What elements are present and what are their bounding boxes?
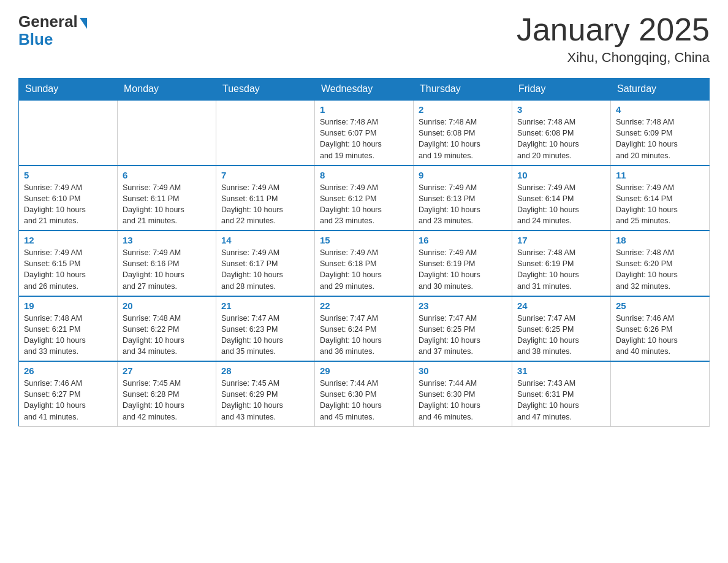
day-info: Sunrise: 7:48 AM Sunset: 6:21 PM Dayligh… (24, 313, 112, 358)
day-info: Sunrise: 7:49 AM Sunset: 6:13 PM Dayligh… (419, 182, 507, 227)
day-number: 26 (24, 366, 112, 376)
day-number: 19 (24, 301, 112, 311)
calendar-cell (216, 100, 315, 166)
logo: General Blue (18, 12, 87, 49)
day-number: 30 (419, 366, 507, 376)
day-info: Sunrise: 7:44 AM Sunset: 6:30 PM Dayligh… (320, 378, 408, 423)
day-info: Sunrise: 7:44 AM Sunset: 6:30 PM Dayligh… (419, 378, 507, 423)
weekday-header-saturday: Saturday (611, 79, 710, 101)
day-number: 10 (517, 170, 605, 180)
calendar-cell: 11Sunrise: 7:49 AM Sunset: 6:14 PM Dayli… (611, 166, 710, 231)
day-info: Sunrise: 7:46 AM Sunset: 6:26 PM Dayligh… (616, 313, 704, 358)
calendar-cell: 15Sunrise: 7:49 AM Sunset: 6:18 PM Dayli… (315, 231, 414, 296)
calendar-cell: 31Sunrise: 7:43 AM Sunset: 6:31 PM Dayli… (512, 361, 611, 426)
day-info: Sunrise: 7:49 AM Sunset: 6:17 PM Dayligh… (221, 247, 309, 292)
weekday-header-wednesday: Wednesday (315, 79, 414, 101)
weekday-header-thursday: Thursday (414, 79, 512, 101)
calendar-cell: 7Sunrise: 7:49 AM Sunset: 6:11 PM Daylig… (216, 166, 315, 231)
logo-triangle-icon (80, 18, 87, 29)
calendar-cell (118, 100, 216, 166)
day-number: 3 (517, 104, 605, 115)
logo-general-text: General (18, 12, 78, 31)
day-number: 13 (123, 235, 211, 245)
day-info: Sunrise: 7:43 AM Sunset: 6:31 PM Dayligh… (517, 378, 605, 423)
day-info: Sunrise: 7:45 AM Sunset: 6:29 PM Dayligh… (221, 378, 309, 423)
day-number: 1 (320, 104, 408, 115)
day-number: 24 (517, 301, 605, 311)
day-number: 23 (419, 301, 507, 311)
calendar-cell: 6Sunrise: 7:49 AM Sunset: 6:11 PM Daylig… (118, 166, 216, 231)
calendar-cell: 30Sunrise: 7:44 AM Sunset: 6:30 PM Dayli… (414, 361, 512, 426)
day-info: Sunrise: 7:49 AM Sunset: 6:10 PM Dayligh… (24, 182, 112, 227)
calendar-cell: 18Sunrise: 7:48 AM Sunset: 6:20 PM Dayli… (611, 231, 710, 296)
calendar-cell: 9Sunrise: 7:49 AM Sunset: 6:13 PM Daylig… (414, 166, 512, 231)
calendar-cell: 8Sunrise: 7:49 AM Sunset: 6:12 PM Daylig… (315, 166, 414, 231)
calendar-cell: 24Sunrise: 7:47 AM Sunset: 6:25 PM Dayli… (512, 296, 611, 362)
calendar-cell: 27Sunrise: 7:45 AM Sunset: 6:28 PM Dayli… (118, 361, 216, 426)
day-info: Sunrise: 7:46 AM Sunset: 6:27 PM Dayligh… (24, 378, 112, 423)
day-number: 4 (616, 104, 704, 115)
day-info: Sunrise: 7:49 AM Sunset: 6:18 PM Dayligh… (320, 247, 408, 292)
day-info: Sunrise: 7:49 AM Sunset: 6:11 PM Dayligh… (221, 182, 309, 227)
calendar-week-row: 1Sunrise: 7:48 AM Sunset: 6:07 PM Daylig… (19, 100, 710, 166)
logo-blue-text: Blue (18, 30, 53, 49)
calendar-cell (19, 100, 118, 166)
day-info: Sunrise: 7:48 AM Sunset: 6:20 PM Dayligh… (616, 247, 704, 292)
day-number: 16 (419, 235, 507, 245)
weekday-header-monday: Monday (118, 79, 216, 101)
day-number: 20 (123, 301, 211, 311)
calendar-cell: 12Sunrise: 7:49 AM Sunset: 6:15 PM Dayli… (19, 231, 118, 296)
calendar-cell: 19Sunrise: 7:48 AM Sunset: 6:21 PM Dayli… (19, 296, 118, 362)
page-header: General Blue January 2025 Xihu, Chongqin… (18, 12, 710, 66)
day-info: Sunrise: 7:49 AM Sunset: 6:14 PM Dayligh… (616, 182, 704, 227)
day-number: 14 (221, 235, 309, 245)
calendar-cell: 10Sunrise: 7:49 AM Sunset: 6:14 PM Dayli… (512, 166, 611, 231)
day-info: Sunrise: 7:45 AM Sunset: 6:28 PM Dayligh… (123, 378, 211, 423)
calendar-cell: 25Sunrise: 7:46 AM Sunset: 6:26 PM Dayli… (611, 296, 710, 362)
calendar-cell: 16Sunrise: 7:49 AM Sunset: 6:19 PM Dayli… (414, 231, 512, 296)
day-info: Sunrise: 7:48 AM Sunset: 6:19 PM Dayligh… (517, 247, 605, 292)
title-block: January 2025 Xihu, Chongqing, China (517, 12, 710, 66)
day-number: 15 (320, 235, 408, 245)
calendar-cell: 20Sunrise: 7:48 AM Sunset: 6:22 PM Dayli… (118, 296, 216, 362)
calendar-cell: 3Sunrise: 7:48 AM Sunset: 6:08 PM Daylig… (512, 100, 611, 166)
calendar-week-row: 26Sunrise: 7:46 AM Sunset: 6:27 PM Dayli… (19, 361, 710, 426)
calendar-cell: 23Sunrise: 7:47 AM Sunset: 6:25 PM Dayli… (414, 296, 512, 362)
calendar-table: SundayMondayTuesdayWednesdayThursdayFrid… (18, 78, 710, 427)
weekday-header-tuesday: Tuesday (216, 79, 315, 101)
calendar-cell: 17Sunrise: 7:48 AM Sunset: 6:19 PM Dayli… (512, 231, 611, 296)
day-number: 31 (517, 366, 605, 376)
day-number: 11 (616, 170, 704, 180)
calendar-cell: 14Sunrise: 7:49 AM Sunset: 6:17 PM Dayli… (216, 231, 315, 296)
calendar-cell: 28Sunrise: 7:45 AM Sunset: 6:29 PM Dayli… (216, 361, 315, 426)
day-number: 17 (517, 235, 605, 245)
day-number: 8 (320, 170, 408, 180)
calendar-cell: 13Sunrise: 7:49 AM Sunset: 6:16 PM Dayli… (118, 231, 216, 296)
day-number: 28 (221, 366, 309, 376)
day-info: Sunrise: 7:48 AM Sunset: 6:08 PM Dayligh… (419, 117, 507, 161)
day-number: 6 (123, 170, 211, 180)
day-info: Sunrise: 7:48 AM Sunset: 6:09 PM Dayligh… (616, 117, 704, 161)
day-number: 29 (320, 366, 408, 376)
calendar-cell: 4Sunrise: 7:48 AM Sunset: 6:09 PM Daylig… (611, 100, 710, 166)
month-title: January 2025 (517, 12, 710, 47)
day-number: 25 (616, 301, 704, 311)
day-info: Sunrise: 7:48 AM Sunset: 6:08 PM Dayligh… (517, 117, 605, 161)
day-info: Sunrise: 7:49 AM Sunset: 6:19 PM Dayligh… (419, 247, 507, 292)
calendar-cell: 2Sunrise: 7:48 AM Sunset: 6:08 PM Daylig… (414, 100, 512, 166)
calendar-cell (611, 361, 710, 426)
day-number: 5 (24, 170, 112, 180)
calendar-cell: 26Sunrise: 7:46 AM Sunset: 6:27 PM Dayli… (19, 361, 118, 426)
weekday-header-row: SundayMondayTuesdayWednesdayThursdayFrid… (19, 79, 710, 101)
calendar-week-row: 5Sunrise: 7:49 AM Sunset: 6:10 PM Daylig… (19, 166, 710, 231)
day-number: 21 (221, 301, 309, 311)
day-number: 7 (221, 170, 309, 180)
day-info: Sunrise: 7:47 AM Sunset: 6:25 PM Dayligh… (419, 313, 507, 358)
day-info: Sunrise: 7:49 AM Sunset: 6:12 PM Dayligh… (320, 182, 408, 227)
day-info: Sunrise: 7:47 AM Sunset: 6:25 PM Dayligh… (517, 313, 605, 358)
day-number: 22 (320, 301, 408, 311)
day-number: 27 (123, 366, 211, 376)
day-info: Sunrise: 7:49 AM Sunset: 6:11 PM Dayligh… (123, 182, 211, 227)
calendar-cell: 21Sunrise: 7:47 AM Sunset: 6:23 PM Dayli… (216, 296, 315, 362)
location-title: Xihu, Chongqing, China (517, 50, 710, 66)
